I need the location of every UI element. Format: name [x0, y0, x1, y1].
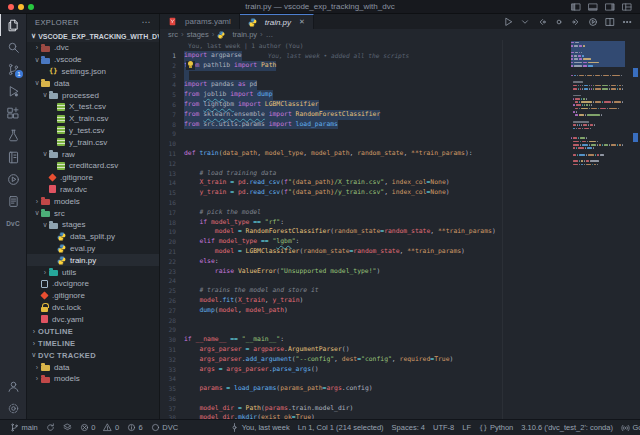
status-layers[interactable] — [59, 423, 76, 432]
close-icon[interactable]: ✕ — [299, 18, 305, 26]
activity-item-source-control[interactable]: 1 — [0, 58, 26, 80]
section-outline[interactable]: ›OUTLINE — [27, 325, 159, 337]
tree-item-raw[interactable]: ∨raw — [27, 148, 159, 160]
tree-item-utils[interactable]: ›utils — [27, 266, 159, 278]
tree-item-X-test.csv[interactable]: X_test.csv — [27, 101, 159, 113]
status-3-10-6-dvc-test-2-conda-[interactable]: 3.10.6 ('dvc_test_2': conda) — [517, 423, 617, 432]
toggle-sidebar-icon[interactable] — [571, 0, 581, 16]
section-dvc-tracked[interactable]: ∨DVC TRACKED — [27, 349, 159, 361]
activity-item-explorer[interactable] — [0, 14, 26, 36]
tree-item-.dvcignore[interactable]: .dvcignore — [27, 278, 159, 290]
line-number[interactable]: 17 — [160, 208, 184, 218]
section-timeline[interactable]: ›TIMELINE — [27, 337, 159, 349]
breadcrumb-item[interactable]: src — [168, 30, 178, 39]
next-change-icon[interactable] — [571, 17, 581, 27]
breadcrumb-item[interactable]: stages — [187, 30, 209, 39]
line-number[interactable]: 21 — [160, 247, 184, 257]
tree-item-.dvc[interactable]: ›.dvc — [27, 42, 159, 54]
status-error[interactable]: 0 — [76, 423, 100, 432]
tree-item-data-split.py[interactable]: data_split.py — [27, 231, 159, 243]
customize-layout-icon[interactable] — [622, 0, 632, 16]
line-number[interactable]: 20 — [160, 237, 184, 247]
gitlens-codelens[interactable]: You, last week | 1 author (You) — [160, 40, 640, 51]
status-branch[interactable]: main — [6, 423, 42, 432]
activity-item-run-debug[interactable] — [0, 80, 26, 102]
line-number[interactable]: 24 — [160, 276, 184, 286]
line-number[interactable]: 1 — [160, 51, 184, 61]
lightbulb-icon[interactable] — [186, 61, 195, 70]
line-number[interactable]: 36 — [160, 394, 184, 404]
tree-item-.gitignore[interactable]: .gitignore — [27, 172, 159, 184]
line-number[interactable]: 14 — [160, 178, 184, 188]
line-number[interactable]: 4 — [160, 80, 184, 90]
line-number[interactable]: 35 — [160, 384, 184, 394]
status-commit[interactable]: You, last week — [226, 423, 294, 432]
tree-item-creditcard.csv[interactable]: creditcard.csv — [27, 160, 159, 172]
minimize-window-button[interactable] — [18, 4, 24, 10]
line-number[interactable]: 3 — [160, 71, 184, 81]
line-number[interactable]: 8 — [160, 120, 184, 130]
line-number[interactable]: 12 — [160, 159, 184, 169]
activity-item-account[interactable] — [0, 375, 26, 397]
status-ln-1-col-1-214-selected-[interactable]: Ln 1, Col 1 (214 selected) — [294, 423, 388, 432]
line-number[interactable]: 26 — [160, 296, 184, 306]
close-window-button[interactable] — [8, 4, 14, 10]
line-number[interactable]: 7 — [160, 110, 184, 120]
line-number[interactable]: 38 — [160, 413, 184, 419]
line-number[interactable]: 16 — [160, 198, 184, 208]
zoom-window-button[interactable] — [28, 4, 34, 10]
activity-item-testing[interactable] — [0, 124, 26, 146]
line-number[interactable]: 23 — [160, 267, 184, 277]
activity-item-docs[interactable] — [0, 190, 26, 212]
tree-item-raw.dvc[interactable]: raw.dvc — [27, 184, 159, 196]
line-number[interactable]: 32 — [160, 355, 184, 365]
line-number[interactable]: 19 — [160, 227, 184, 237]
split-editor-icon[interactable] — [605, 17, 615, 27]
line-number[interactable]: 25 — [160, 286, 184, 296]
line-number[interactable]: 33 — [160, 365, 184, 375]
status-braces[interactable]: {}Python — [475, 423, 517, 432]
code-editor[interactable]: You, last week | 1 author (You) 1import … — [160, 40, 640, 419]
line-number[interactable]: 30 — [160, 335, 184, 345]
line-number[interactable]: 15 — [160, 188, 184, 198]
prev-change-icon[interactable] — [537, 17, 547, 27]
run-icon[interactable] — [503, 17, 513, 27]
tree-item-dvc.yaml[interactable]: dvc.yaml — [27, 313, 159, 325]
status-info[interactable]: 6 — [123, 423, 147, 432]
tree-item-src[interactable]: ∨src — [27, 207, 159, 219]
breadcrumb-item[interactable]: … — [266, 30, 274, 39]
line-number[interactable]: 18 — [160, 218, 184, 228]
activity-item-search[interactable] — [0, 36, 26, 58]
tree-item-dvc.lock[interactable]: dvc.lock — [27, 302, 159, 314]
line-number[interactable]: 27 — [160, 306, 184, 316]
activity-item-dvc[interactable]: DvC — [0, 212, 26, 234]
line-number[interactable]: 9 — [160, 129, 184, 139]
toggle-secondary-sidebar-icon[interactable] — [605, 0, 615, 16]
overview-ruler[interactable] — [626, 40, 640, 419]
status-spaces-4[interactable]: Spaces: 4 — [388, 423, 429, 432]
tree-item-.gitignore[interactable]: .gitignore — [27, 290, 159, 302]
sidebar-more-actions-icon[interactable]: ⋯ — [142, 17, 151, 27]
activity-item-settings[interactable] — [0, 397, 26, 419]
tree-item-train.py[interactable]: train.py — [27, 254, 159, 266]
line-number[interactable]: 13 — [160, 169, 184, 179]
line-number[interactable]: 2 — [160, 61, 184, 71]
activity-item-extensions[interactable] — [0, 102, 26, 124]
tab-params-yaml[interactable]: params.yaml — [160, 14, 240, 29]
line-number[interactable]: 37 — [160, 404, 184, 414]
status-warning[interactable]: 0 — [99, 423, 123, 432]
more-icon[interactable] — [622, 17, 632, 27]
tree-item-models[interactable]: ›models — [27, 373, 159, 385]
status-utf-8[interactable]: UTF-8 — [429, 423, 458, 432]
line-number[interactable]: 31 — [160, 345, 184, 355]
status-sync[interactable] — [42, 423, 59, 432]
tree-item-.vscode[interactable]: ∨.vscode — [27, 54, 159, 66]
tree-item-y-test.csv[interactable]: y_test.csv — [27, 125, 159, 137]
line-number[interactable]: 34 — [160, 374, 184, 384]
line-number[interactable]: 10 — [160, 139, 184, 149]
toggle-panel-icon[interactable] — [588, 0, 598, 16]
tree-item-y-train.csv[interactable]: y_train.csv — [27, 136, 159, 148]
line-number[interactable]: 11 — [160, 149, 184, 159]
tree-item-settings.json[interactable]: {}settings.json — [27, 66, 159, 78]
tree-item-processed[interactable]: ∨processed — [27, 89, 159, 101]
